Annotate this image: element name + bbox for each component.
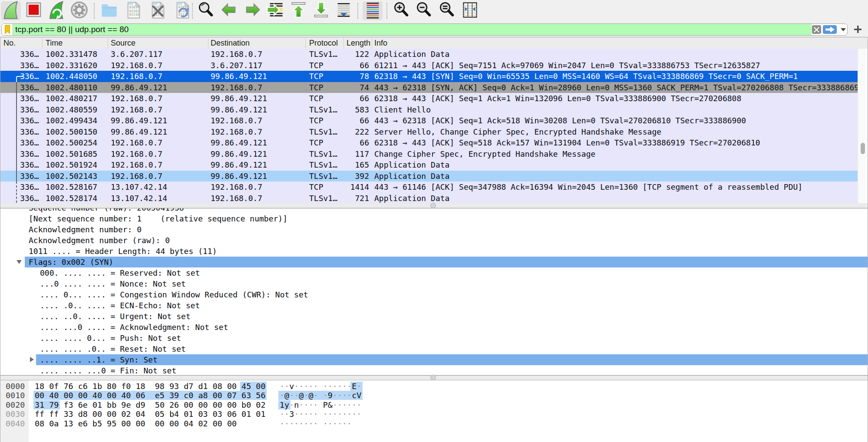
column-header-info[interactable]: Info [372,38,868,49]
conversation-mark-line [16,93,17,104]
display-filter-input[interactable]: tcp.port == 80 || udp.port == 80 [1,23,848,36]
splitter-list-details[interactable] [0,203,868,208]
detail-line[interactable]: .... .... ..1. = Syn: Set [0,354,868,365]
plus-icon [854,25,862,33]
packet-list-scrollbar[interactable] [858,49,868,204]
detail-line[interactable]: [Next sequence number: 1 (relative seque… [0,213,868,224]
detail-line[interactable]: 1011 .... = Header Length: 44 bytes (11) [0,246,868,257]
hex-bytes[interactable]: ff ff 33 d8 00 00 02 04 05 b4 01 03 03 0… [35,409,265,419]
hex-bytes[interactable]: 18 0f 76 c6 1b 80 f0 18 98 93 d7 d1 08 0… [35,382,265,391]
detail-line[interactable]: .... .0.. .... = ECN-Echo: Not set [0,300,868,311]
packet-row[interactable]: 336…1002.502143192.168.0.799.86.49.121TL… [0,171,858,182]
hex-ascii[interactable]: 1y·n···· P&······ [280,400,361,410]
cell-info: 443 → 62318 [SYN, ACK] Seq=0 Ack=1 Win=2… [372,82,858,93]
apply-arrow-icon [825,26,835,33]
column-header-time[interactable]: Time [43,38,108,49]
cell-no: 336… [0,193,43,204]
arrow-left-icon [220,0,239,22]
detail-line[interactable]: Sequence number (raw): 2005041938 [0,208,868,213]
cell-time: 1002.448050 [43,71,108,82]
go-back-button[interactable] [219,1,239,20]
column-header-length[interactable]: Length [344,38,372,49]
clear-x-icon [814,27,819,33]
stop-capture-button[interactable] [23,1,43,20]
detail-line[interactable]: 000. .... .... = Reserved: Not set [0,267,868,278]
open-file-button[interactable] [99,1,119,20]
go-to-packet-button[interactable] [265,1,285,20]
detail-line[interactable]: .... 0... .... = Congestion Window Reduc… [0,289,868,300]
detail-line[interactable]: .... .... ...0 = Fin: Not set [0,365,868,376]
color-lines-icon [363,0,383,22]
filter-clear-button[interactable] [812,25,821,34]
display-filter-value[interactable]: tcp.port == 80 || udp.port == 80 [15,24,129,35]
hex-bytes[interactable]: 08 0a 13 e6 b5 95 00 00 00 00 04 02 00 0… [35,419,237,429]
packet-row[interactable]: 336…1002.501924192.168.0.799.86.49.121TL… [0,159,858,171]
packet-row[interactable]: 336…1002.52817413.107.42.14192.168.0.7TL… [0,193,858,204]
go-to-last-button[interactable] [311,1,331,20]
scrollbar-thumb[interactable] [861,143,865,154]
filter-apply-button[interactable] [823,25,837,34]
packet-row[interactable]: 336…1002.52816713.107.42.14192.168.0.7TC… [0,181,858,193]
cell-len: 721 [344,193,372,204]
packet-row[interactable]: 336…1002.480217192.168.0.799.86.49.121TC… [0,93,858,104]
detail-line[interactable]: .... ...0 .... = Acknowledgment: Not set [0,322,868,333]
conversation-mark-dashed [16,193,17,204]
hex-bytes[interactable]: 31 79 f3 6e 01 bb 9e d9 50 26 00 00 00 0… [35,400,265,410]
filter-bookmarks-button[interactable] [2,24,13,35]
cell-proto: TCP [306,137,344,148]
start-capture-button[interactable] [1,1,21,20]
hex-ascii[interactable]: ··v····· ······E· [280,382,361,391]
expander-open-icon[interactable] [17,260,22,264]
detail-line[interactable]: ...0 .... .... = Nonce: Not set [0,278,868,289]
zoom-out-button[interactable] [414,1,434,20]
hex-ascii[interactable]: ········ ······ [280,419,352,429]
detail-line[interactable]: .... ..0. .... = Urgent: Not set [0,311,868,322]
hex-ascii[interactable]: ··3····· ········ [280,409,361,419]
cell-info: Client Hello [372,104,858,115]
detail-line[interactable]: .... .... 0... = Push: Not set [0,333,868,343]
detail-line[interactable]: Acknowledgment number (raw): 0 [0,235,868,246]
filter-add-button[interactable] [852,23,863,35]
capture-options-button[interactable] [69,1,89,20]
packet-row[interactable]: 336…1002.48011099.86.49.121192.168.0.7TC… [0,82,858,93]
zoom-in-button[interactable] [392,1,412,20]
cell-dst: 99.86.49.121 [208,104,306,115]
expander-closed-icon[interactable] [30,357,34,362]
resize-columns-button[interactable] [460,1,480,20]
auto-scroll-button[interactable] [333,1,353,20]
filter-valid-field[interactable] [13,24,812,35]
cell-dst: 3.6.207.117 [208,60,306,71]
restart-capture-button[interactable] [46,1,66,20]
go-forward-button[interactable] [242,1,262,20]
lines-triangle-icon [334,0,353,22]
hex-bytes[interactable]: 00 40 00 00 40 00 40 06 e5 39 c0 a8 00 0… [35,391,265,400]
zoom-original-button[interactable] [437,1,457,20]
packet-row[interactable]: 336…1002.501685192.168.0.799.86.49.121TL… [0,148,858,160]
fin-restart-icon [47,0,66,22]
reload-file-button[interactable]: 01010 01101 01110 [172,1,192,20]
hex-ascii[interactable]: ·@··@·@· ·9····cV [280,391,361,400]
packet-row[interactable]: 336…1002.500254192.168.0.799.86.49.121TC… [0,137,858,148]
packet-row[interactable]: 336…1002.50015099.86.49.121192.168.0.7TL… [0,126,858,138]
detail-line[interactable]: Flags: 0x002 (SYN) [0,257,868,267]
close-file-button[interactable]: 01010 01101 01110 [148,1,168,20]
packet-row[interactable]: 336…1002.480559192.168.0.799.86.49.121TL… [0,104,858,115]
splitter-details-hex[interactable] [0,376,868,380]
packet-row[interactable]: 336…1002.49943499.86.49.121192.168.0.7TC… [0,115,858,126]
column-header-no[interactable]: No. [0,38,43,49]
colorize-button[interactable] [363,1,383,20]
detail-text: .... .... 0... = Push: Not set [40,333,181,343]
detail-line[interactable]: Acknowledgment number: 0 [0,224,868,235]
column-header-protocol[interactable]: Protocol [306,38,344,49]
chevron-down-icon[interactable] [841,28,846,31]
packet-row[interactable]: 336…1002.448050192.168.0.799.86.49.121TC… [0,71,858,82]
go-to-first-button[interactable] [288,1,308,20]
save-file-button[interactable]: 01010 01101 01110 [123,1,143,20]
column-header-destination[interactable]: Destination [208,38,306,49]
packet-row[interactable]: 336…1002.3314783.6.207.117192.168.0.7TLS… [0,49,858,60]
column-header-source[interactable]: Source [108,38,209,49]
find-packet-button[interactable] [196,1,216,20]
conversation-mark-line [16,126,17,138]
packet-row[interactable]: 336…1002.331620192.168.0.73.6.207.117TCP… [0,60,858,71]
detail-line[interactable]: .... .... .0.. = Reset: Not set [0,343,868,354]
